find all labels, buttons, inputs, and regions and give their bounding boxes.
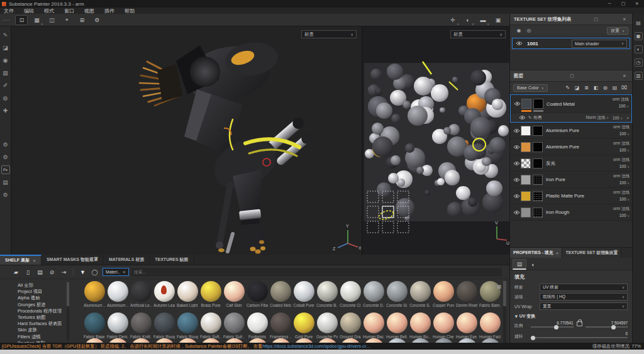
opacity-value[interactable]: 100 ∨ [613,103,629,110]
projection-tool-icon[interactable]: ◉ [1,56,10,65]
material-item[interactable]: Cobalt Pure [293,281,314,307]
material-item[interactable]: Human Eye... [456,313,477,339]
layer-main-row[interactable]: Coated Metalorm 法线100 ∨ [511,95,631,113]
scale-x-slider[interactable] [531,326,574,328]
shelf-category-2[interactable]: Alpha 透贴 [18,295,64,301]
material-item[interactable] [293,338,314,343]
material-item[interactable]: Brass Pure [200,281,221,307]
texture-set-row[interactable]: 1001 Main shader ∨ [512,38,630,49]
material-item[interactable]: Autumn Leaf [153,281,175,307]
gpu-warning-link[interactable]: https://docs.substance3d.com/spdoc/gpu-d… [262,343,370,349]
material-item[interactable]: Fabric Suit ... [223,313,245,339]
shelf-tab-0[interactable]: SHELF 展架✕ [0,255,42,265]
maximize-button[interactable]: ▢ [616,1,630,6]
material-item[interactable]: Concrete Cl... [340,281,361,307]
material-item[interactable] [130,338,152,343]
rotation-value[interactable]: 0 [531,331,628,336]
material-item[interactable] [270,338,291,343]
panel-toggle-icon[interactable]: ▤ [635,19,643,27]
shelf-category-0[interactable]: All 全部 [18,282,64,289]
polygon-fill-tool-icon[interactable]: ▨ [1,69,10,77]
layer-row[interactable]: Coated Metalorm 法线100 ∨✎绘画Norm 法线 ∨100 ∨… [510,94,632,123]
shader-settings-icon[interactable]: ◐ [635,45,643,53]
lock-icon[interactable] [577,321,582,326]
add-view-icon[interactable]: ⊞ [75,15,88,25]
isolate-set-icon[interactable]: ◎ [525,27,533,35]
layer-row[interactable]: Aluminium Pureorm 法线100 ∨ [510,123,632,139]
add-folder-icon[interactable]: ▤ [611,84,619,92]
material-item[interactable]: Concrete B... [316,281,338,307]
material-item[interactable] [200,338,221,343]
viewport-2d[interactable]: 材质 ∨ V U [362,26,509,255]
material-item[interactable]: Fabric Soft... [200,313,221,339]
channel-dropdown[interactable]: Base Color ∨ [513,84,548,92]
material-item[interactable]: Human Bac... [363,313,384,339]
visibility-icon[interactable] [513,101,521,106]
float-panel-icon[interactable]: ▢ [592,17,600,22]
material-item[interactable]: Concrete Si... [386,281,408,307]
blend-mode[interactable]: orm 法线 [613,140,630,147]
uv-transform-group[interactable]: ∨ UV 变换 [514,313,628,319]
paint-opacity[interactable]: 100 ∨ [613,116,623,120]
save-shelf-icon[interactable]: ▤ [35,268,45,277]
shelf-scrollbar[interactable] [503,281,506,343]
add-mask-icon[interactable]: ◍ [601,84,609,92]
symmetry-icon[interactable]: ⌖ [60,15,73,25]
material-item[interactable]: Human Che... [433,313,454,339]
material-item[interactable] [84,338,105,343]
shader-dropdown[interactable]: Main shader ∨ [572,40,627,48]
layer-row[interactable]: Aluminium Pureorm 法线100 ∨ [510,139,632,155]
material-item[interactable]: Artificial Le... [130,281,152,307]
remove-effect-icon[interactable]: × [626,116,629,120]
log-window-icon[interactable]: ▤ [1,178,10,187]
opacity-value[interactable]: 100 ∨ [613,163,630,170]
visibility-icon[interactable] [513,194,521,199]
material-item[interactable]: Ground Gra... [340,313,361,339]
layer-main-row[interactable]: 发光orm 法线100 ∨ [510,155,632,171]
material-mode-dropdown-2d[interactable]: 材质 ∨ [450,30,506,38]
opacity-value[interactable]: 100 ∨ [613,213,630,219]
viewport-grid-icon[interactable]: ▦∨ [30,15,43,25]
opacity-value[interactable]: 100 ∨ [613,147,630,154]
eraser-tool-icon[interactable]: ◪ [1,43,10,52]
viewport-3d[interactable]: 材质 ∨ [11,26,362,255]
material-mode-dropdown-3d[interactable]: 材质 ∨ [301,30,357,38]
paint-tool-icon[interactable]: ✎ [1,31,10,40]
close-panel-icon[interactable]: ✕ [621,17,628,22]
visibility-icon[interactable] [513,145,521,150]
menu-item-3[interactable]: 窗口 [64,8,74,14]
new-resource-icon[interactable]: ▯ [23,268,33,277]
material-item[interactable]: Human Faci... [479,313,501,339]
material-item[interactable] [386,338,408,343]
material-item[interactable]: Gouache Pa... [316,313,338,339]
paint-blend-mode[interactable]: Norm 法线 ∨ [586,115,609,121]
material-item[interactable] [340,338,361,343]
add-effect-icon[interactable]: ✎ [564,84,572,92]
shader-settings-icon[interactable]: ⚙ [1,153,10,162]
close-button[interactable]: ✕ [630,1,644,6]
shader-properties-icon[interactable]: ◐ [526,259,540,270]
shelf-category-6[interactable]: Hard Surfaces 硬表面 [18,321,64,327]
add-smart-material-icon[interactable]: ≣ [582,84,591,92]
material-item[interactable]: Aluminium ... [107,281,128,307]
uv-wrap-dropdown[interactable]: 重复 ∨ [540,302,628,310]
scale-y-value[interactable]: 7.504597 [586,321,628,325]
material-item[interactable]: Fabric Rough [153,313,175,339]
blend-mode[interactable]: orm 法线 [613,124,630,131]
layer-row[interactable]: 发光orm 法线100 ∨ [510,155,632,172]
viewport-single-icon[interactable]: ⊡ [15,15,28,25]
material-item[interactable]: Concrete D... [363,281,384,307]
material-item[interactable]: Human Bu... [409,313,431,339]
layer-row[interactable]: Plastic Matte Pureorm 法线100 ∨ [510,188,632,204]
display-settings-icon[interactable]: ▣ [635,32,643,40]
close-panel-icon[interactable]: ✕ [621,74,628,79]
material-item[interactable]: Footprints [247,313,268,339]
texture-set-settings-button[interactable]: 设置 ∨ [607,27,628,35]
opacity-value[interactable]: 100 ∨ [613,180,630,187]
show-all-sets-icon[interactable]: ◉ [514,27,523,35]
visibility-icon[interactable] [513,210,521,215]
add-filter-icon[interactable]: ◪ [573,84,581,92]
material-item[interactable] [316,338,338,343]
smudge-tool-icon[interactable]: ✐ [1,81,10,90]
display-settings-icon[interactable]: ⚙ [1,140,10,149]
